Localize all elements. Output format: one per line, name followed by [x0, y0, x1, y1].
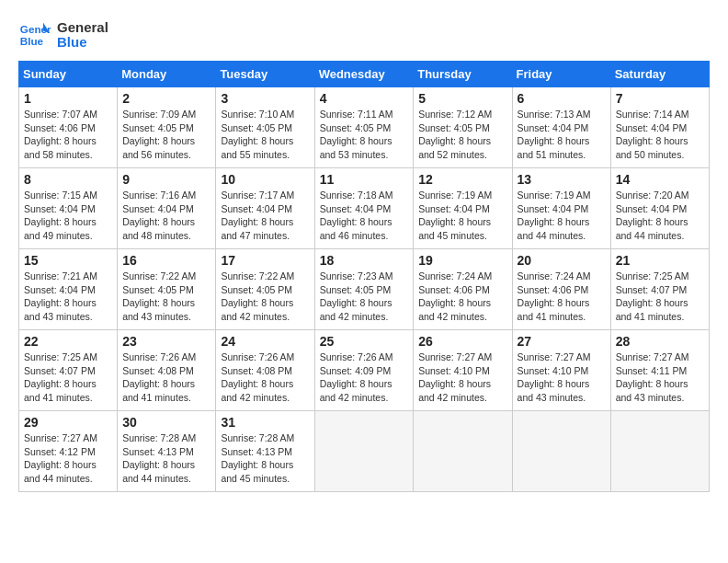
day-info: Sunrise: 7:10 AM Sunset: 4:05 PM Dayligh… [221, 108, 309, 162]
svg-text:Blue: Blue [20, 35, 44, 47]
day-info: Sunrise: 7:19 AM Sunset: 4:04 PM Dayligh… [418, 189, 506, 243]
day-number: 11 [320, 172, 409, 187]
calendar-cell: 17 Sunrise: 7:22 AM Sunset: 4:05 PM Dayl… [216, 249, 314, 330]
day-info: Sunrise: 7:12 AM Sunset: 4:05 PM Dayligh… [418, 108, 506, 162]
day-info: Sunrise: 7:16 AM Sunset: 4:04 PM Dayligh… [122, 189, 210, 243]
calendar-cell [610, 411, 709, 492]
day-number: 24 [221, 334, 309, 349]
day-info: Sunrise: 7:26 AM Sunset: 4:08 PM Dayligh… [122, 350, 210, 405]
day-number: 21 [616, 253, 704, 268]
calendar-cell: 29 Sunrise: 7:27 AM Sunset: 4:12 PM Dayl… [19, 411, 118, 492]
day-number: 12 [418, 172, 506, 187]
day-info: Sunrise: 7:11 AM Sunset: 4:05 PM Dayligh… [320, 108, 409, 162]
logo-icon: General Blue [18, 18, 51, 52]
day-info: Sunrise: 7:27 AM Sunset: 4:12 PM Dayligh… [24, 431, 112, 486]
day-info: Sunrise: 7:28 AM Sunset: 4:13 PM Dayligh… [221, 431, 309, 486]
calendar-cell: 26 Sunrise: 7:27 AM Sunset: 4:10 PM Dayl… [414, 330, 512, 411]
weekday-header-friday: Friday [512, 62, 610, 87]
calendar-cell: 4 Sunrise: 7:11 AM Sunset: 4:05 PM Dayli… [314, 87, 414, 168]
calendar-cell: 7 Sunrise: 7:14 AM Sunset: 4:04 PM Dayli… [610, 87, 709, 168]
day-number: 18 [320, 253, 409, 268]
calendar-cell: 25 Sunrise: 7:26 AM Sunset: 4:09 PM Dayl… [314, 330, 414, 411]
calendar-cell: 21 Sunrise: 7:25 AM Sunset: 4:07 PM Dayl… [610, 249, 709, 330]
day-number: 14 [616, 172, 704, 187]
weekday-header-wednesday: Wednesday [314, 62, 414, 87]
day-number: 10 [221, 172, 309, 187]
calendar-cell: 18 Sunrise: 7:23 AM Sunset: 4:05 PM Dayl… [314, 249, 414, 330]
calendar-week-1: 1 Sunrise: 7:07 AM Sunset: 4:06 PM Dayli… [19, 87, 710, 168]
day-info: Sunrise: 7:26 AM Sunset: 4:09 PM Dayligh… [320, 350, 409, 405]
calendar-week-4: 22 Sunrise: 7:25 AM Sunset: 4:07 PM Dayl… [19, 330, 710, 411]
day-number: 28 [616, 334, 704, 349]
day-number: 7 [616, 91, 704, 106]
day-info: Sunrise: 7:25 AM Sunset: 4:07 PM Dayligh… [616, 270, 704, 324]
day-number: 26 [418, 334, 506, 349]
day-info: Sunrise: 7:22 AM Sunset: 4:05 PM Dayligh… [122, 270, 210, 324]
day-info: Sunrise: 7:20 AM Sunset: 4:04 PM Dayligh… [616, 189, 704, 243]
weekday-header-monday: Monday [118, 62, 216, 87]
day-info: Sunrise: 7:24 AM Sunset: 4:06 PM Dayligh… [418, 270, 506, 324]
day-info: Sunrise: 7:19 AM Sunset: 4:04 PM Dayligh… [518, 189, 606, 243]
calendar-cell: 20 Sunrise: 7:24 AM Sunset: 4:06 PM Dayl… [512, 249, 610, 330]
logo: General Blue GeneralBlue [18, 18, 108, 52]
day-number: 31 [221, 415, 309, 430]
calendar-cell: 23 Sunrise: 7:26 AM Sunset: 4:08 PM Dayl… [118, 330, 216, 411]
calendar-cell: 31 Sunrise: 7:28 AM Sunset: 4:13 PM Dayl… [216, 411, 314, 492]
day-info: Sunrise: 7:26 AM Sunset: 4:08 PM Dayligh… [221, 350, 309, 405]
calendar-cell: 14 Sunrise: 7:20 AM Sunset: 4:04 PM Dayl… [610, 168, 709, 249]
calendar-cell: 10 Sunrise: 7:17 AM Sunset: 4:04 PM Dayl… [216, 168, 314, 249]
day-number: 9 [122, 172, 210, 187]
calendar-week-5: 29 Sunrise: 7:27 AM Sunset: 4:12 PM Dayl… [19, 411, 710, 492]
day-number: 3 [221, 91, 309, 106]
calendar-cell: 2 Sunrise: 7:09 AM Sunset: 4:05 PM Dayli… [118, 87, 216, 168]
calendar-cell: 24 Sunrise: 7:26 AM Sunset: 4:08 PM Dayl… [216, 330, 314, 411]
calendar-cell: 6 Sunrise: 7:13 AM Sunset: 4:04 PM Dayli… [512, 87, 610, 168]
calendar-cell: 8 Sunrise: 7:15 AM Sunset: 4:04 PM Dayli… [19, 168, 118, 249]
day-number: 4 [320, 91, 409, 106]
day-info: Sunrise: 7:27 AM Sunset: 4:10 PM Dayligh… [418, 350, 506, 405]
day-info: Sunrise: 7:07 AM Sunset: 4:06 PM Dayligh… [24, 108, 112, 162]
calendar-cell: 3 Sunrise: 7:10 AM Sunset: 4:05 PM Dayli… [216, 87, 314, 168]
day-info: Sunrise: 7:14 AM Sunset: 4:04 PM Dayligh… [616, 108, 704, 162]
calendar-cell [512, 411, 610, 492]
day-info: Sunrise: 7:15 AM Sunset: 4:04 PM Dayligh… [24, 189, 112, 243]
day-info: Sunrise: 7:21 AM Sunset: 4:04 PM Dayligh… [24, 270, 112, 324]
weekday-header-row: SundayMondayTuesdayWednesdayThursdayFrid… [19, 62, 710, 87]
day-number: 6 [518, 91, 606, 106]
day-number: 27 [518, 334, 606, 349]
calendar-cell: 13 Sunrise: 7:19 AM Sunset: 4:04 PM Dayl… [512, 168, 610, 249]
day-number: 29 [24, 415, 112, 430]
day-number: 20 [518, 253, 606, 268]
weekday-header-thursday: Thursday [414, 62, 512, 87]
calendar-cell: 9 Sunrise: 7:16 AM Sunset: 4:04 PM Dayli… [118, 168, 216, 249]
calendar-cell: 15 Sunrise: 7:21 AM Sunset: 4:04 PM Dayl… [19, 249, 118, 330]
day-info: Sunrise: 7:24 AM Sunset: 4:06 PM Dayligh… [518, 270, 606, 324]
day-info: Sunrise: 7:18 AM Sunset: 4:04 PM Dayligh… [320, 189, 409, 243]
calendar-cell: 22 Sunrise: 7:25 AM Sunset: 4:07 PM Dayl… [19, 330, 118, 411]
calendar-cell: 12 Sunrise: 7:19 AM Sunset: 4:04 PM Dayl… [414, 168, 512, 249]
calendar-cell: 27 Sunrise: 7:27 AM Sunset: 4:10 PM Dayl… [512, 330, 610, 411]
weekday-header-tuesday: Tuesday [216, 62, 314, 87]
calendar-cell: 11 Sunrise: 7:18 AM Sunset: 4:04 PM Dayl… [314, 168, 414, 249]
day-info: Sunrise: 7:28 AM Sunset: 4:13 PM Dayligh… [122, 431, 210, 486]
day-number: 13 [518, 172, 606, 187]
day-number: 22 [24, 334, 112, 349]
day-number: 19 [418, 253, 506, 268]
day-number: 25 [320, 334, 409, 349]
day-info: Sunrise: 7:27 AM Sunset: 4:11 PM Dayligh… [616, 350, 704, 405]
day-info: Sunrise: 7:25 AM Sunset: 4:07 PM Dayligh… [24, 350, 112, 405]
calendar-week-2: 8 Sunrise: 7:15 AM Sunset: 4:04 PM Dayli… [19, 168, 710, 249]
day-info: Sunrise: 7:22 AM Sunset: 4:05 PM Dayligh… [221, 270, 309, 324]
day-number: 23 [122, 334, 210, 349]
weekday-header-sunday: Sunday [19, 62, 118, 87]
weekday-header-saturday: Saturday [610, 62, 709, 87]
day-number: 16 [122, 253, 210, 268]
day-number: 2 [122, 91, 210, 106]
calendar: SundayMondayTuesdayWednesdayThursdayFrid… [18, 61, 710, 492]
day-info: Sunrise: 7:13 AM Sunset: 4:04 PM Dayligh… [518, 108, 606, 162]
day-number: 8 [24, 172, 112, 187]
logo-text: GeneralBlue [57, 20, 108, 51]
day-number: 1 [24, 91, 112, 106]
calendar-cell: 19 Sunrise: 7:24 AM Sunset: 4:06 PM Dayl… [414, 249, 512, 330]
day-info: Sunrise: 7:09 AM Sunset: 4:05 PM Dayligh… [122, 108, 210, 162]
